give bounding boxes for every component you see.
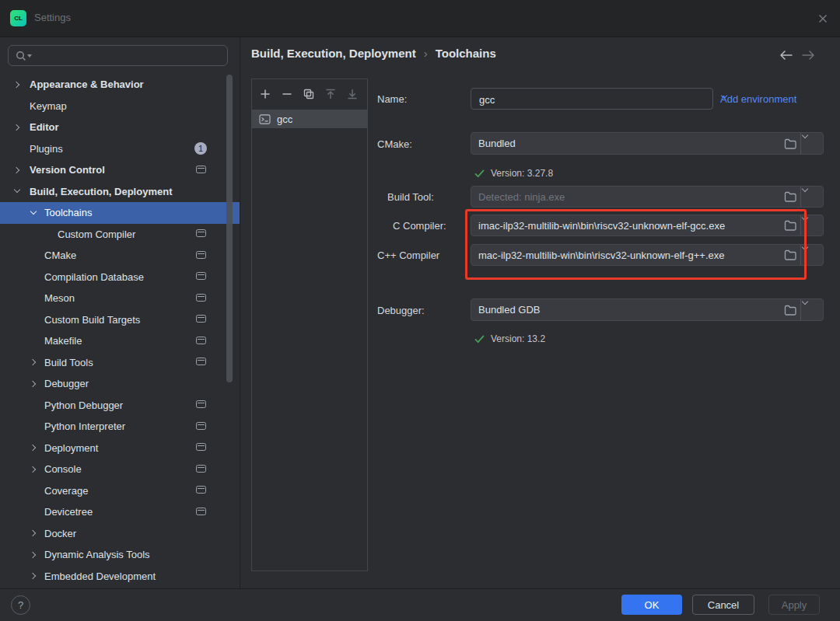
- sidebar-item-python-debugger[interactable]: Python Debugger: [0, 395, 240, 417]
- sidebar-item-label: Makefile: [44, 335, 82, 347]
- sidebar-item-editor[interactable]: Editor: [0, 117, 240, 138]
- chevron-down-icon: [808, 251, 816, 259]
- chevron-right-icon[interactable]: [30, 572, 37, 580]
- sidebar-item-coverage[interactable]: Coverage: [0, 480, 240, 502]
- sidebar-item-console[interactable]: Console: [0, 459, 240, 480]
- project-level-icon: [196, 315, 206, 323]
- breadcrumb-section[interactable]: Build, Execution, Deployment: [251, 47, 416, 60]
- move-down-icon[interactable]: [346, 88, 359, 100]
- sidebar-item-embedded-development[interactable]: Embedded Development: [0, 566, 240, 588]
- chevron-down-icon[interactable]: [13, 187, 21, 195]
- sidebar-item-python-interpreter[interactable]: Python Interpreter: [0, 416, 240, 438]
- sidebar-item-custom-build-targets[interactable]: Custom Build Targets: [0, 309, 240, 331]
- sidebar-item-devicetree[interactable]: Devicetree: [0, 501, 240, 523]
- cpp-compiler-field[interactable]: mac-ilp32-multilib-win\bin\riscv32-unkno…: [471, 244, 824, 266]
- build-tool-select[interactable]: Detected: ninja.exe: [471, 186, 824, 208]
- dropdown-chevron-zone[interactable]: [800, 299, 823, 320]
- name-label: Name:: [377, 93, 407, 105]
- folder-icon[interactable]: [784, 305, 796, 316]
- ok-button[interactable]: OK: [621, 595, 682, 615]
- sidebar-item-label: Embedded Development: [44, 570, 156, 582]
- help-icon[interactable]: ?: [11, 595, 30, 615]
- sidebar-item-label: Toolchains: [44, 207, 92, 218]
- add-icon[interactable]: [259, 88, 271, 100]
- sidebar-item-deployment[interactable]: Deployment: [0, 438, 240, 459]
- copy-icon[interactable]: [303, 88, 315, 100]
- folder-icon[interactable]: [784, 191, 796, 202]
- debugger-select[interactable]: Bundled GDB: [471, 298, 824, 321]
- sidebar-item-docker[interactable]: Docker: [0, 523, 240, 545]
- add-environment-label: Add environment: [720, 93, 796, 105]
- sidebar-item-label: Compilation Database: [44, 271, 144, 283]
- project-level-icon: [196, 443, 206, 451]
- sidebar-item-keymap[interactable]: Keymap: [0, 96, 240, 117]
- project-level-icon: [196, 251, 206, 259]
- sidebar-item-version-control[interactable]: Version Control: [0, 159, 240, 181]
- terminal-icon: [259, 114, 271, 124]
- project-level-icon: [196, 422, 206, 430]
- sidebar-item-build-execution-deployment[interactable]: Build, Execution, Deployment: [0, 181, 240, 203]
- folder-icon[interactable]: [784, 249, 796, 260]
- move-up-icon[interactable]: [324, 88, 337, 100]
- settings-search-box[interactable]: [8, 45, 228, 66]
- name-field[interactable]: [471, 88, 713, 110]
- dropdown-chevron-zone[interactable]: [800, 187, 823, 207]
- debugger-version-row: Version: 13.2: [474, 333, 545, 344]
- sidebar-item-toolchains[interactable]: Toolchains: [0, 202, 240, 224]
- name-input[interactable]: [478, 89, 706, 110]
- search-history-chevron-icon[interactable]: [27, 54, 32, 58]
- chevron-right-icon[interactable]: [30, 444, 37, 452]
- sidebar-item-compilation-database[interactable]: Compilation Database: [0, 267, 240, 288]
- sidebar-item-build-tools[interactable]: Build Tools: [0, 352, 240, 374]
- close-icon[interactable]: [815, 11, 831, 26]
- cpp-compiler-label: C++ Compiler: [377, 249, 439, 261]
- folder-icon[interactable]: [784, 138, 796, 149]
- sidebar-item-cmake[interactable]: CMake: [0, 245, 240, 267]
- chevron-down-icon[interactable]: [30, 209, 37, 217]
- folder-icon[interactable]: [784, 220, 796, 231]
- chevron-down-icon: [808, 222, 816, 229]
- sidebar-item-label: Plugins: [30, 143, 63, 155]
- sidebar-item-dynamic-analysis-tools[interactable]: Dynamic Analysis Tools: [0, 544, 240, 566]
- sidebar-item-debugger[interactable]: Debugger: [0, 373, 240, 395]
- chevron-right-icon[interactable]: [30, 358, 37, 366]
- add-environment-link[interactable]: Add environment: [720, 93, 809, 105]
- debugger-version-text: Version: 13.2: [491, 333, 545, 344]
- search-icon: [15, 50, 27, 62]
- chevron-right-icon[interactable]: [13, 81, 21, 89]
- c-compiler-value: imac-ilp32-multilib-win\bin\riscv32-unkn…: [478, 215, 775, 235]
- project-level-icon: [196, 294, 206, 302]
- toolchain-list-item-gcc[interactable]: gcc: [252, 110, 367, 128]
- cancel-button[interactable]: Cancel: [692, 595, 754, 615]
- chevron-right-icon[interactable]: [13, 166, 21, 174]
- dropdown-chevron-zone[interactable]: [800, 133, 823, 154]
- back-arrow-icon[interactable]: [779, 50, 793, 61]
- chevron-right-icon[interactable]: [13, 124, 21, 131]
- sidebar-item-label: Docker: [44, 528, 76, 539]
- chevron-right-icon[interactable]: [30, 380, 37, 388]
- chevron-right-icon[interactable]: [30, 551, 37, 559]
- chevron-right-icon[interactable]: [30, 466, 37, 473]
- remove-icon[interactable]: [281, 88, 293, 100]
- sidebar-item-custom-compiler[interactable]: Custom Compiler: [0, 224, 240, 246]
- sidebar-item-appearance-behavior[interactable]: Appearance & Behavior: [0, 74, 240, 96]
- build-tool-label: Build Tool:: [387, 191, 434, 203]
- sidebar-item-plugins[interactable]: Plugins 1: [0, 138, 240, 160]
- chevron-right-icon[interactable]: [30, 529, 37, 537]
- debugger-label: Debugger:: [377, 305, 425, 316]
- search-input[interactable]: [35, 47, 225, 66]
- dropdown-chevron-zone[interactable]: [800, 245, 823, 265]
- project-level-icon: [196, 337, 206, 344]
- settings-main-panel: Build, Execution, Deployment › Toolchain…: [240, 37, 840, 589]
- apply-button[interactable]: Apply: [768, 595, 820, 615]
- sidebar-item-label: Meson: [44, 292, 75, 304]
- cmake-select[interactable]: Bundled: [471, 132, 824, 155]
- sidebar-item-makefile[interactable]: Makefile: [0, 330, 240, 352]
- dialog-footer: ? OK Cancel Apply: [0, 588, 840, 621]
- forward-arrow-icon[interactable]: [801, 50, 815, 61]
- sidebar-item-label: Build Tools: [44, 357, 93, 368]
- dropdown-chevron-zone[interactable]: [800, 215, 823, 235]
- c-compiler-field[interactable]: imac-ilp32-multilib-win\bin\riscv32-unkn…: [471, 215, 824, 236]
- sidebar-scrollbar[interactable]: [226, 75, 233, 382]
- sidebar-item-meson[interactable]: Meson: [0, 288, 240, 309]
